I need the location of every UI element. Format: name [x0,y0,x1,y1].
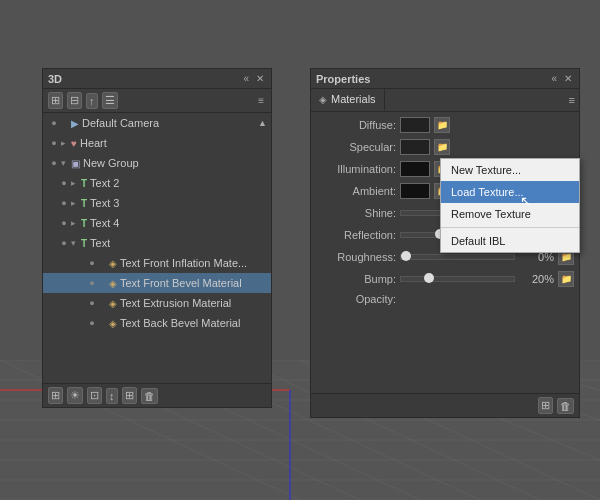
layer-item-text[interactable]: ● ▾ T Text [43,233,271,253]
roughness-slider-track[interactable] [400,254,515,260]
roughness-slider-thumb[interactable] [401,251,411,261]
layer-item-text4[interactable]: ● ▸ T Text 4 [43,213,271,233]
back-bevel-material-name: Text Back Bevel Material [120,317,240,329]
layer-item-heart[interactable]: ● ▸ ♥ Heart [43,133,271,153]
text2-icon: T [81,178,87,189]
extrusion-material-icon: ◈ [109,298,117,309]
illumination-label: Illumination: [316,163,396,175]
right-panel-title: Properties [316,73,370,85]
expand-text4[interactable]: ▸ [71,218,81,228]
expand-inflation[interactable] [99,258,109,268]
delete-layer-button[interactable]: ⊟ [67,92,82,109]
context-menu-item-load-texture[interactable]: Load Texture... [441,181,579,203]
tab-materials[interactable]: ◈ Materials [311,89,385,111]
diffuse-row: Diffuse: 📁 [316,117,574,133]
bottom-add-btn[interactable]: ⊞ [48,387,63,404]
camera-icon: ▶ [71,118,79,129]
expand-camera[interactable] [61,118,71,128]
eye-icon-group[interactable]: ● [47,158,61,168]
left-panel-header-icons: « ✕ [241,72,266,85]
layer-item-default-camera[interactable]: ● ▶ Default Camera ▲ [43,113,271,133]
expand-extrusion[interactable] [99,298,109,308]
left-panel-title: 3D [48,73,62,85]
move-up-button[interactable]: ↑ [86,93,98,109]
eye-icon-heart[interactable]: ● [47,138,61,148]
materials-tab-icon: ◈ [319,94,327,105]
layer-item-text-extrusion[interactable]: ● ◈ Text Extrusion Material [43,293,271,313]
bump-label: Bump: [316,273,396,285]
context-menu-item-remove-texture[interactable]: Remove Texture [441,203,579,225]
illumination-color-swatch[interactable] [400,161,430,177]
expand-group[interactable]: ▾ [61,158,71,168]
expand-back-bevel[interactable] [99,318,109,328]
eye-icon-bevel[interactable]: ● [85,278,99,288]
group-icon: ▣ [71,158,80,169]
reflection-label: Reflection: [316,229,396,241]
delete-material-btn[interactable]: 🗑 [557,398,574,414]
expand-heart[interactable]: ▸ [61,138,71,148]
back-bevel-material-icon: ◈ [109,318,117,329]
ambient-label: Ambient: [316,185,396,197]
right-panel-close-icon[interactable]: ✕ [562,72,574,85]
add-layer-button[interactable]: ⊞ [48,92,63,109]
scroll-arrow-camera: ▲ [258,118,267,128]
layer-item-text2[interactable]: ● ▸ T Text 2 [43,173,271,193]
text-icon: T [81,238,87,249]
text-layer-name: Text [90,237,110,249]
context-menu-item-new-texture[interactable]: New Texture... [441,159,579,181]
bevel-material-icon: ◈ [109,278,117,289]
right-panel-bottom-toolbar: ⊞ 🗑 [311,393,579,417]
layer-item-new-group[interactable]: ● ▾ ▣ New Group [43,153,271,173]
add-material-btn[interactable]: ⊞ [538,397,553,414]
bump-slider-track[interactable] [400,276,515,282]
expand-text2[interactable]: ▸ [71,178,81,188]
bottom-light-btn[interactable]: ☀ [67,387,83,404]
bottom-align-btn[interactable]: ⊞ [122,387,137,404]
layer-item-text-front-inflation[interactable]: ● ◈ Text Front Inflation Mate... [43,253,271,273]
bottom-delete-btn[interactable]: 🗑 [141,388,158,404]
options-button[interactable]: ☰ [102,92,118,109]
group-layer-name: New Group [83,157,139,169]
specular-color-swatch[interactable] [400,139,430,155]
ambient-color-swatch[interactable] [400,183,430,199]
expand-text3[interactable]: ▸ [71,198,81,208]
opacity-row: Opacity: [316,293,574,305]
left-panel: 3D « ✕ ⊞ ⊟ ↑ ☰ ≡ ● ▶ Default Camera ▲ ● … [42,68,272,408]
menu-icon[interactable]: ≡ [256,94,266,107]
left-panel-close-icon[interactable]: ✕ [254,72,266,85]
bump-row: Bump: 20% 📁 [316,271,574,287]
eye-icon-inflation[interactable]: ● [85,258,99,268]
layer-item-text-back-bevel[interactable]: ● ◈ Text Back Bevel Material [43,313,271,333]
expand-text[interactable]: ▾ [71,238,81,248]
text3-icon: T [81,198,87,209]
eye-icon-text3[interactable]: ● [57,198,71,208]
bump-slider-thumb[interactable] [424,273,434,283]
bump-value: 20% [519,273,554,285]
eye-icon-extrusion[interactable]: ● [85,298,99,308]
layer-item-text-front-bevel[interactable]: ● ◈ Text Front Bevel Material [43,273,271,293]
eye-icon-text[interactable]: ● [57,238,71,248]
right-panel-collapse-icon[interactable]: « [549,72,559,85]
diffuse-file-btn[interactable]: 📁 [434,117,450,133]
camera-layer-name: Default Camera [82,117,159,129]
expand-bevel[interactable] [99,278,109,288]
specular-file-btn[interactable]: 📁 [434,139,450,155]
bump-file-btn[interactable]: 📁 [558,271,574,287]
materials-tab-label: Materials [331,93,376,105]
context-menu-item-default-ibl[interactable]: Default IBL [441,230,579,252]
left-panel-collapse-icon[interactable]: « [241,72,251,85]
tab-bar: ◈ Materials ≡ [311,89,579,112]
eye-icon-text2[interactable]: ● [57,178,71,188]
bottom-camera-btn[interactable]: ⊡ [87,387,102,404]
layer-list: ● ▶ Default Camera ▲ ● ▸ ♥ Heart ● ▾ ▣ N… [43,113,271,391]
extrusion-material-name: Text Extrusion Material [120,297,231,309]
right-panel-header-icons: « ✕ [549,72,574,85]
panel-menu-icon[interactable]: ≡ [565,90,579,110]
layer-item-text3[interactable]: ● ▸ T Text 3 [43,193,271,213]
eye-icon-back-bevel[interactable]: ● [85,318,99,328]
right-panel-header: Properties « ✕ [311,69,579,89]
bottom-move-btn[interactable]: ↕ [106,388,118,404]
eye-icon-camera[interactable]: ● [47,118,61,128]
diffuse-color-swatch[interactable] [400,117,430,133]
eye-icon-text4[interactable]: ● [57,218,71,228]
